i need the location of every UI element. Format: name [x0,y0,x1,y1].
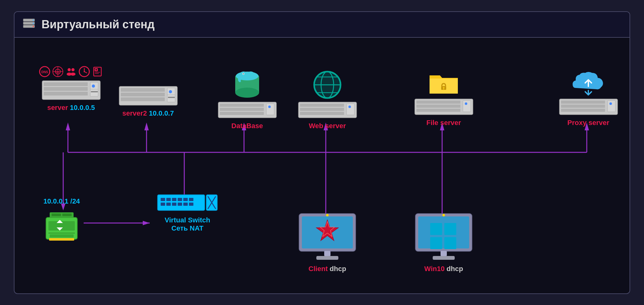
title-bar: Виртуальный стенд [14,12,630,38]
svg-rect-141 [418,216,469,248]
svg-rect-52 [44,92,88,95]
svg-rect-137 [324,251,330,256]
svg-rect-132 [62,214,72,216]
svg-rect-145 [444,237,456,249]
svg-rect-97 [463,101,471,112]
database-label: DataBase [231,122,263,130]
virtual-switch-node: Virtual Switch Сеть NAT [150,192,225,232]
svg-point-39 [70,73,75,76]
svg-rect-116 [172,203,176,206]
server1-node: DNS DC [40,66,103,112]
svg-point-89 [348,106,351,108]
svg-point-76 [268,106,271,108]
server-rack-icon [22,18,36,31]
svg-point-3 [33,19,34,21]
svg-rect-115 [166,203,171,206]
proxy-server-label: Proxy server [567,119,609,127]
svg-rect-58 [121,88,165,92]
win10-label: Win10 dhcp [424,265,463,273]
svg-rect-94 [416,101,460,104]
svg-rect-144 [430,237,442,249]
svg-point-37 [71,68,75,71]
svg-rect-92 [443,88,444,90]
gateway-node: 10.0.0.1 /24 [33,195,90,246]
clock-icon [79,66,90,77]
dc-icon: DC [52,66,64,77]
svg-marker-10 [144,123,149,130]
web-server-base [297,101,358,119]
server2-label: server2 10.0.0.7 [122,109,174,117]
svg-rect-113 [189,198,193,201]
certificate-icon [92,66,103,77]
gateway-ip-label: 10.0.0.1 /24 [43,197,80,205]
svg-point-5 [33,26,34,27]
proxy-server-base [558,97,619,116]
svg-point-67 [235,88,259,98]
svg-point-70 [243,73,244,74]
client-label: Client dhcp [308,265,346,273]
diagram-container: Виртуальный стенд [14,11,630,294]
svg-rect-143 [444,223,456,235]
database-server-base [217,101,278,119]
svg-rect-117 [178,203,182,206]
svg-rect-111 [178,198,182,201]
svg-rect-85 [300,104,344,107]
database-icon [231,69,263,101]
svg-rect-59 [121,93,165,96]
svg-rect-50 [44,82,88,86]
database-node: DataBase [216,69,279,130]
svg-point-91 [443,87,445,88]
server2-body [118,85,179,107]
users-icon [65,66,77,77]
svg-point-106 [609,102,612,105]
virtual-switch-icon [156,192,219,214]
svg-rect-112 [183,198,188,201]
svg-rect-88 [347,104,354,115]
server2-node: server2 10.0.0.7 [117,85,180,117]
svg-point-83 [315,72,340,97]
svg-rect-128 [50,234,74,237]
svg-rect-105 [608,101,615,112]
svg-point-98 [465,102,467,105]
svg-rect-146 [441,251,447,256]
svg-rect-60 [121,97,165,101]
win10-node: Win10 dhcp [412,212,475,273]
svg-rect-147 [433,256,455,260]
win10-monitor-icon [414,212,474,262]
file-server-label: File server [426,119,461,127]
page-title: Виртуальный стенд [42,18,155,31]
svg-rect-138 [316,256,338,260]
svg-rect-74 [220,112,264,115]
svg-rect-108 [161,198,165,201]
web-server-label: Web server [309,122,346,130]
svg-point-36 [68,68,71,71]
svg-text:DNS: DNS [41,70,48,74]
client-node: Client dhcp [296,212,359,273]
virtual-switch-label: Virtual Switch Сеть NAT [164,216,210,232]
svg-marker-26 [143,221,150,225]
svg-point-46 [95,69,97,71]
server1-overlay-icons: DNS DC [39,66,103,77]
svg-rect-86 [300,108,344,111]
client-monitor-icon [297,212,357,262]
svg-point-62 [169,90,172,93]
file-server-icon [428,69,459,97]
svg-rect-51 [44,87,88,91]
svg-rect-87 [300,112,344,115]
svg-text:DC: DC [56,71,60,74]
svg-rect-104 [561,109,605,112]
svg-point-148 [442,214,445,216]
file-server-base [413,97,475,116]
dns-icon: DNS [39,66,50,77]
svg-rect-72 [220,104,264,107]
svg-rect-119 [189,203,193,206]
server1-body [41,79,102,101]
svg-point-4 [33,23,34,24]
svg-rect-64 [168,97,175,98]
svg-rect-131 [52,214,61,216]
svg-rect-118 [183,203,188,206]
web-server-icon [312,69,343,101]
web-server-node: Web server [296,69,359,130]
svg-rect-102 [561,101,605,104]
proxy-server-icon [569,69,607,97]
